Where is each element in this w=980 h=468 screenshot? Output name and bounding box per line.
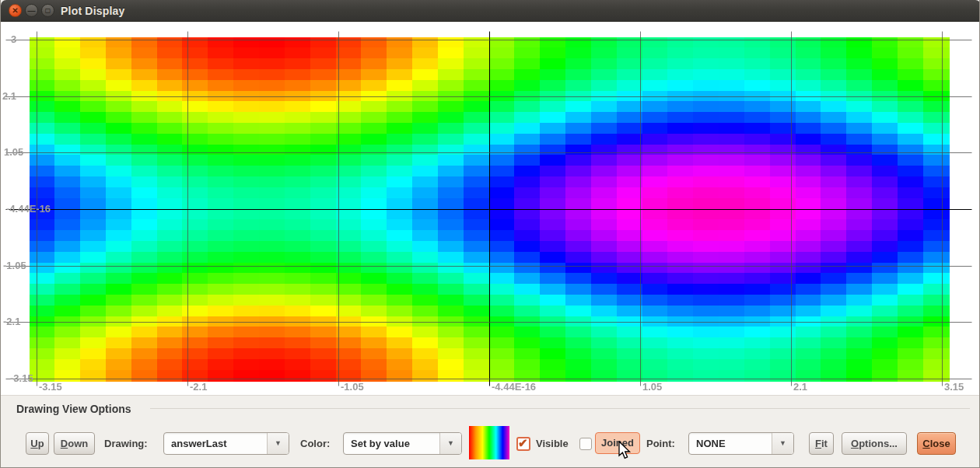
y-tick-label: -4.44E-16 <box>6 203 51 215</box>
frame-rule <box>150 408 970 409</box>
x-tick-label: -4.44E-16 <box>492 381 536 393</box>
close-button[interactable]: Close <box>917 432 956 455</box>
y-tick-label: -1.05 <box>3 260 26 271</box>
y-tick-label: -2.1 <box>3 316 20 327</box>
joined-checkbox[interactable] <box>579 438 592 450</box>
window-minimize-icon[interactable]: — <box>25 4 38 17</box>
plot-area: -3.15-2.1-1.05-4.44E-161.052.13.1532.11.… <box>1 22 980 395</box>
x-tick-label: 1.05 <box>642 381 662 393</box>
frame-title: Drawing View Options <box>16 403 131 415</box>
heatmap-canvas[interactable] <box>1 22 980 395</box>
color-label: Color: <box>300 438 330 449</box>
chevron-down-icon: ▼ <box>772 433 793 454</box>
window-close-icon[interactable]: ✕ <box>9 4 22 17</box>
colormap-swatch <box>469 426 509 459</box>
drawing-label: Drawing: <box>104 438 148 449</box>
visible-label[interactable]: Visible <box>536 438 569 449</box>
window-maximize-icon[interactable]: ▢ <box>41 4 54 17</box>
check-icon: ✔ <box>518 436 528 450</box>
y-tick-label: -3.15 <box>10 372 33 384</box>
fit-button[interactable]: Fit <box>809 432 834 455</box>
down-button[interactable]: Down <box>54 432 95 455</box>
point-select[interactable]: NONE ▼ <box>688 432 794 455</box>
visible-checkbox[interactable]: ✔ <box>516 437 530 451</box>
up-button[interactable]: Up <box>26 432 49 455</box>
window-title: Plot Display <box>61 5 125 17</box>
color-select[interactable]: Set by value ▼ <box>343 432 462 455</box>
title-bar[interactable]: ✕ — ▢ Plot Display <box>1 0 980 22</box>
x-tick-label: -2.1 <box>190 381 207 393</box>
x-tick-label: -3.15 <box>39 381 62 393</box>
options-button[interactable]: Options... <box>842 432 907 455</box>
x-tick-label: 2.1 <box>793 381 807 393</box>
chevron-down-icon: ▼ <box>439 433 461 454</box>
y-tick-label: 3 <box>11 33 16 45</box>
y-tick-label: 2.1 <box>2 90 16 102</box>
chevron-down-icon: ▼ <box>267 433 289 454</box>
drawing-select[interactable]: answerLast ▼ <box>163 432 289 455</box>
y-tick-label: 1.05 <box>4 146 23 158</box>
drawing-view-options-panel: Drawing View Options Up Down Drawing: an… <box>1 395 980 468</box>
plot-display-window: ✕ — ▢ Plot Display -3.15-2.1-1.05-4.44E-… <box>0 0 980 468</box>
mouse-cursor-icon <box>618 441 633 459</box>
x-tick-label: -1.05 <box>341 381 364 393</box>
x-tick-label: 3.15 <box>944 381 964 393</box>
point-label: Point: <box>646 438 675 449</box>
